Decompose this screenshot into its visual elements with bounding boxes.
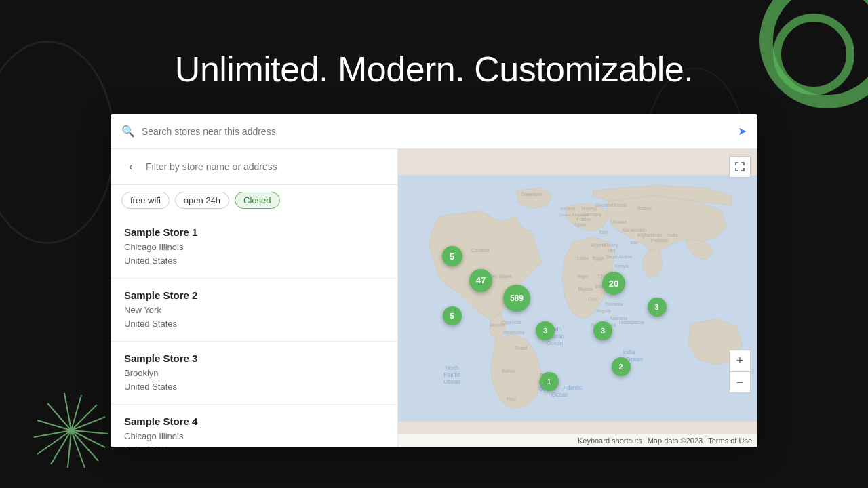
svg-text:Brazil: Brazil bbox=[515, 346, 527, 350]
svg-text:Peru: Peru bbox=[506, 396, 516, 401]
svg-text:Atlantic: Atlantic bbox=[564, 384, 582, 391]
store-address-2: New York United States bbox=[124, 304, 387, 330]
svg-text:Tanzania: Tanzania bbox=[604, 302, 623, 306]
svg-text:Nigeria: Nigeria bbox=[578, 287, 593, 292]
svg-text:Saudi Arabia: Saudi Arabia bbox=[606, 254, 632, 259]
store-item-2[interactable]: Sample Store 2 New York United States bbox=[111, 279, 397, 342]
map-data: Map data ©2023 bbox=[648, 436, 703, 445]
map-footer: Keyboard shortcuts Map data ©2023 Terms … bbox=[398, 434, 757, 447]
sidebar: ‹ free wifi open 24h Closed Sample Store… bbox=[111, 149, 398, 447]
location-icon[interactable]: ➤ bbox=[738, 125, 747, 138]
svg-text:Iceland: Iceland bbox=[560, 206, 575, 211]
svg-text:Russia: Russia bbox=[637, 206, 652, 211]
store-address-4: Chicago Illinois United States bbox=[124, 430, 387, 447]
zoom-out-button[interactable]: − bbox=[729, 371, 751, 393]
sidebar-header: ‹ bbox=[111, 149, 397, 185]
svg-text:Iraq: Iraq bbox=[607, 248, 615, 253]
svg-text:Mexico: Mexico bbox=[490, 323, 505, 327]
svg-text:Afghanistan: Afghanistan bbox=[637, 232, 662, 238]
search-icon: 🔍 bbox=[121, 125, 135, 138]
svg-text:Pacific: Pacific bbox=[443, 371, 460, 378]
svg-text:Canada: Canada bbox=[471, 247, 490, 253]
store-locator: 🔍 ➤ ‹ free wifi open 24h Closed Sample S… bbox=[111, 114, 757, 447]
main-content: ‹ free wifi open 24h Closed Sample Store… bbox=[111, 149, 757, 447]
svg-text:Ocean: Ocean bbox=[551, 391, 568, 398]
svg-line-0 bbox=[71, 417, 105, 430]
svg-text:Sweden: Sweden bbox=[595, 203, 612, 207]
svg-text:India: India bbox=[668, 232, 678, 237]
zoom-controls: + − bbox=[729, 350, 751, 393]
tag-closed[interactable]: Closed bbox=[235, 192, 279, 209]
svg-text:Ocean: Ocean bbox=[547, 340, 564, 346]
map-marker-20[interactable]: 20 bbox=[602, 272, 625, 295]
svg-text:Algeria: Algeria bbox=[591, 243, 606, 248]
map-marker-3-east[interactable]: 3 bbox=[648, 298, 667, 317]
map-expand-button[interactable] bbox=[729, 156, 751, 178]
svg-text:Libya: Libya bbox=[577, 256, 588, 261]
map-marker-5-nw[interactable]: 5 bbox=[442, 246, 462, 266]
map-marker-47[interactable]: 47 bbox=[469, 269, 492, 292]
map-marker-1[interactable]: 1 bbox=[540, 372, 559, 391]
svg-text:DRC: DRC bbox=[588, 297, 598, 302]
filter-input[interactable] bbox=[146, 161, 387, 172]
search-bar: 🔍 ➤ bbox=[111, 114, 757, 149]
keyboard-shortcuts[interactable]: Keyboard shortcuts bbox=[578, 436, 642, 445]
svg-text:Greenland: Greenland bbox=[521, 192, 542, 197]
store-item-3[interactable]: Sample Store 3 Brooklyn United States bbox=[111, 342, 397, 405]
tag-open-24h[interactable]: open 24h bbox=[175, 192, 229, 209]
map-background: North Pacific Ocean South Pacific Ocean … bbox=[398, 149, 757, 447]
store-item-4[interactable]: Sample Store 4 Chicago Illinois United S… bbox=[111, 405, 397, 447]
map-marker-5-sw[interactable]: 5 bbox=[443, 306, 462, 325]
terms-of-use[interactable]: Terms of Use bbox=[708, 436, 752, 445]
search-input[interactable] bbox=[142, 126, 738, 137]
store-name-2: Sample Store 2 bbox=[124, 289, 387, 301]
map-marker-2[interactable]: 2 bbox=[612, 357, 631, 376]
svg-text:Ocean: Ocean bbox=[443, 378, 460, 385]
svg-text:India: India bbox=[623, 349, 635, 356]
svg-text:North: North bbox=[445, 365, 459, 371]
store-address-3: Brooklyn United States bbox=[124, 367, 387, 393]
svg-text:Venezuela: Venezuela bbox=[502, 330, 524, 335]
store-name-3: Sample Store 3 bbox=[124, 352, 387, 364]
svg-line-3 bbox=[71, 430, 98, 461]
svg-text:Turkey: Turkey bbox=[604, 243, 618, 248]
svg-text:Ukraine: Ukraine bbox=[611, 220, 627, 224]
svg-text:Pakistan: Pakistan bbox=[651, 238, 669, 243]
map-marker-3-africa[interactable]: 3 bbox=[593, 321, 612, 340]
store-address-1: Chicago Illinois United States bbox=[124, 241, 387, 267]
svg-text:Madagascar: Madagascar bbox=[619, 320, 645, 325]
svg-text:Angola: Angola bbox=[596, 308, 610, 314]
svg-text:Egypt: Egypt bbox=[593, 256, 604, 261]
spiky-decoration bbox=[27, 386, 115, 474]
svg-text:Bolivia: Bolivia bbox=[502, 369, 515, 373]
svg-text:Iran: Iran bbox=[630, 241, 638, 245]
svg-text:Italy: Italy bbox=[599, 230, 608, 235]
tag-free-wifi[interactable]: free wifi bbox=[121, 192, 170, 209]
svg-text:Finland: Finland bbox=[611, 203, 627, 207]
map-marker-589[interactable]: 589 bbox=[503, 285, 530, 312]
store-list: Sample Store 1 Chicago Illinois United S… bbox=[111, 216, 397, 447]
svg-text:Kenya: Kenya bbox=[615, 264, 628, 269]
svg-text:United Kingdom: United Kingdom bbox=[559, 213, 588, 217]
svg-text:Spain: Spain bbox=[574, 222, 587, 228]
map-marker-3-central[interactable]: 3 bbox=[536, 321, 555, 340]
map-area: North Pacific Ocean South Pacific Ocean … bbox=[398, 149, 757, 447]
svg-text:Kazakhstan: Kazakhstan bbox=[623, 228, 647, 232]
headline: Unlimited. Modern. Customizable. bbox=[0, 49, 868, 89]
filter-tags: free wifi open 24h Closed bbox=[111, 185, 397, 216]
store-name-4: Sample Store 4 bbox=[124, 415, 387, 427]
svg-text:Niger: Niger bbox=[577, 274, 589, 279]
zoom-in-button[interactable]: + bbox=[729, 350, 751, 371]
store-name-1: Sample Store 1 bbox=[124, 226, 387, 238]
back-button[interactable]: ‹ bbox=[121, 157, 140, 176]
store-item-1[interactable]: Sample Store 1 Chicago Illinois United S… bbox=[111, 216, 397, 279]
svg-text:France: France bbox=[577, 217, 591, 222]
